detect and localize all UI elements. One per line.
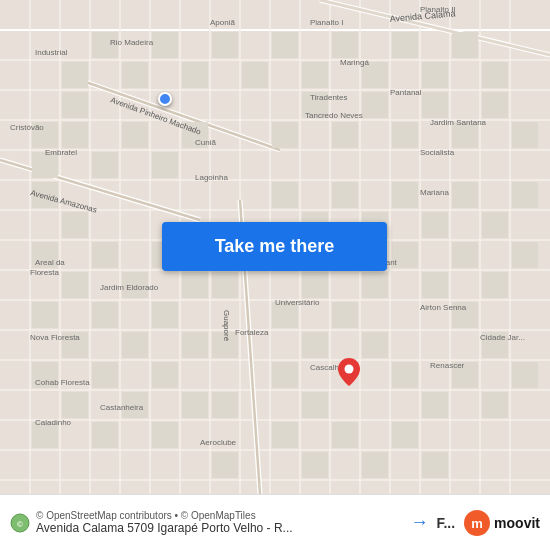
svg-rect-114: [422, 272, 448, 298]
moovit-logo: m moovit: [463, 509, 540, 537]
main-container: Avenida Calama Avenida Pinheiro Machado …: [0, 0, 550, 550]
address-text: Avenida Calama 5709 Igarapé Porto Velho …: [36, 521, 293, 535]
svg-rect-137: [212, 452, 238, 478]
svg-rect-116: [482, 212, 508, 238]
attribution-area: © © OpenStreetMap contributors • © OpenM…: [10, 510, 402, 535]
svg-rect-96: [152, 422, 178, 448]
svg-rect-49: [212, 32, 238, 58]
svg-rect-133: [362, 452, 388, 478]
svg-rect-94: [152, 362, 178, 388]
svg-rect-69: [392, 122, 418, 148]
svg-rect-112: [422, 212, 448, 238]
svg-rect-136: [212, 392, 238, 418]
svg-text:m: m: [471, 516, 483, 531]
svg-rect-63: [152, 152, 178, 178]
moovit-logo-icon: m: [463, 509, 491, 537]
svg-rect-65: [272, 122, 298, 148]
svg-rect-129: [422, 452, 448, 478]
svg-rect-44: [122, 62, 148, 88]
svg-text:Maringá: Maringá: [340, 58, 369, 67]
svg-text:Cidade Jar...: Cidade Jar...: [480, 333, 525, 342]
svg-text:Cristóvão: Cristóvão: [10, 123, 44, 132]
svg-text:Industrial: Industrial: [35, 48, 68, 57]
svg-rect-104: [302, 392, 328, 418]
attribution-text: © OpenStreetMap contributors • © OpenMap…: [36, 510, 293, 521]
svg-text:©: ©: [17, 520, 23, 529]
svg-rect-51: [272, 32, 298, 58]
svg-rect-72: [482, 92, 508, 118]
svg-rect-108: [362, 272, 388, 298]
svg-rect-75: [62, 212, 88, 238]
svg-text:Tancredo Neves: Tancredo Neves: [305, 111, 363, 120]
svg-rect-77: [62, 272, 88, 298]
svg-rect-97: [272, 182, 298, 208]
svg-rect-109: [332, 302, 358, 328]
destination-label: F...: [436, 515, 455, 531]
svg-text:Mariana: Mariana: [420, 188, 449, 197]
svg-rect-123: [392, 362, 418, 388]
svg-rect-91: [182, 272, 208, 298]
svg-text:Renascer: Renascer: [430, 361, 465, 370]
svg-rect-130: [272, 422, 298, 448]
svg-rect-105: [332, 182, 358, 208]
svg-rect-50: [242, 62, 268, 88]
svg-rect-46: [62, 92, 88, 118]
svg-text:Airton Senna: Airton Senna: [420, 303, 467, 312]
svg-rect-92: [152, 302, 178, 328]
svg-rect-95: [182, 392, 208, 418]
take-me-there-button[interactable]: Take me there: [162, 222, 387, 271]
svg-rect-81: [62, 392, 88, 418]
svg-rect-42: [62, 62, 88, 88]
svg-text:Cuniã: Cuniã: [195, 138, 216, 147]
svg-rect-67: [332, 122, 358, 148]
svg-point-174: [345, 365, 354, 374]
svg-text:Caladinho: Caladinho: [35, 418, 72, 427]
bottom-bar: © © OpenStreetMap contributors • © OpenM…: [0, 494, 550, 550]
svg-text:Nova Floresta: Nova Floresta: [30, 333, 80, 342]
svg-rect-47: [152, 32, 178, 58]
svg-rect-131: [302, 452, 328, 478]
svg-rect-57: [452, 32, 478, 58]
svg-rect-73: [512, 122, 538, 148]
svg-rect-134: [212, 272, 238, 298]
svg-rect-103: [272, 362, 298, 388]
svg-rect-68: [362, 92, 388, 118]
svg-text:Jardim Eldorado: Jardim Eldorado: [100, 283, 159, 292]
svg-text:Cohab Floresta: Cohab Floresta: [35, 378, 90, 387]
svg-rect-85: [92, 302, 118, 328]
svg-text:Areal da: Areal da: [35, 258, 65, 267]
direction-arrow-icon: →: [410, 512, 428, 533]
svg-text:Aeroclube: Aeroclube: [200, 438, 237, 447]
svg-text:Pantanal: Pantanal: [390, 88, 422, 97]
svg-rect-102: [302, 332, 328, 358]
svg-text:Fortaleza: Fortaleza: [235, 328, 269, 337]
svg-rect-58: [482, 62, 508, 88]
svg-text:Lagoinha: Lagoinha: [195, 173, 228, 182]
svg-rect-119: [512, 182, 538, 208]
svg-rect-124: [422, 392, 448, 418]
svg-text:Floresta: Floresta: [30, 268, 59, 277]
svg-rect-126: [482, 392, 508, 418]
svg-text:Aponiã: Aponiã: [210, 18, 235, 27]
svg-text:Rio Madeira: Rio Madeira: [110, 38, 154, 47]
svg-text:Embratel: Embratel: [45, 148, 77, 157]
svg-text:Castanheira: Castanheira: [100, 403, 144, 412]
svg-rect-132: [332, 422, 358, 448]
svg-rect-61: [92, 152, 118, 178]
svg-rect-120: [512, 242, 538, 268]
svg-rect-127: [512, 362, 538, 388]
svg-rect-56: [422, 62, 448, 88]
svg-rect-100: [302, 272, 328, 298]
svg-rect-86: [122, 332, 148, 358]
svg-rect-128: [392, 422, 418, 448]
destination-marker: [338, 358, 360, 386]
svg-text:Socialista: Socialista: [420, 148, 455, 157]
svg-text:Planalto I: Planalto I: [310, 18, 343, 27]
svg-text:Universitário: Universitário: [275, 298, 320, 307]
map-area: Avenida Calama Avenida Pinheiro Machado …: [0, 0, 550, 494]
svg-rect-78: [32, 302, 58, 328]
svg-rect-48: [182, 62, 208, 88]
svg-rect-118: [482, 272, 508, 298]
svg-rect-93: [182, 332, 208, 358]
svg-rect-117: [452, 242, 478, 268]
